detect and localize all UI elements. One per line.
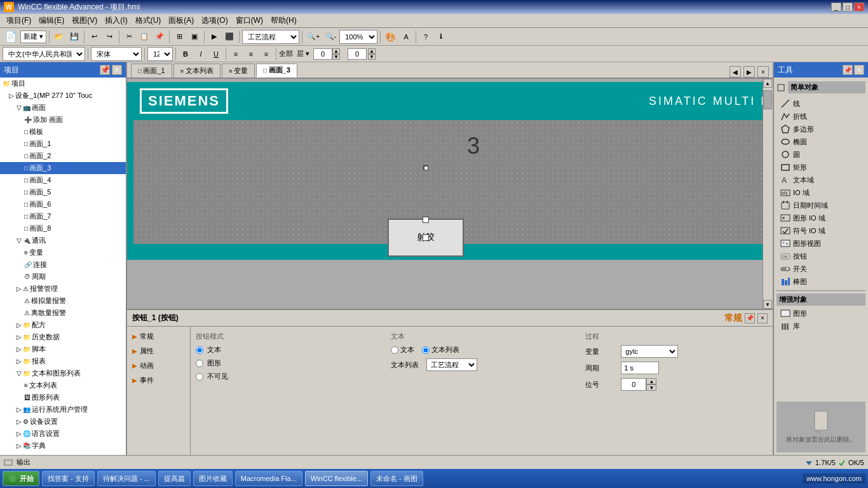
project-close-btn[interactable]: ×: [112, 65, 122, 75]
tool-bar[interactable]: 棒图: [776, 275, 865, 288]
tree-analog-alarm[interactable]: ⚠ 模拟量报警: [0, 295, 126, 307]
tool-line[interactable]: 线: [776, 97, 865, 110]
tools-close-btn[interactable]: ×: [854, 65, 864, 75]
save-button[interactable]: 💾: [67, 30, 81, 44]
tool-switch[interactable]: 开关: [776, 262, 865, 275]
tree-screen-folder[interactable]: ▽ 📺 画面: [0, 102, 126, 114]
align-left-btn[interactable]: ≡: [229, 47, 243, 61]
tab-prev-btn[interactable]: ◀: [729, 66, 741, 78]
taskbar-item-2[interactable]: 待解决问题 - ...: [97, 471, 156, 486]
tool-button[interactable]: OK 按钮: [776, 250, 865, 262]
menu-view[interactable]: 视图(V): [68, 14, 101, 27]
tree-langsetting[interactable]: ▷ 🌐 语言设置: [0, 428, 126, 440]
tree-conn[interactable]: 🔗 连接: [0, 259, 126, 271]
taskbar-item-6[interactable]: WinCC flexible...: [305, 471, 368, 486]
zoom-out-button[interactable]: 🔍-: [323, 30, 339, 44]
layer-up-btn[interactable]: ▲: [332, 48, 340, 54]
new-dropdown-btn[interactable]: 新建 ▾: [20, 30, 46, 43]
tree-screen6[interactable]: □ 画面_6: [0, 198, 126, 210]
tree-textlist[interactable]: ≡ 文本列表: [0, 379, 126, 391]
tree-recipe[interactable]: ▷ 📁 配方: [0, 319, 126, 331]
tree-period[interactable]: ⏱ 周期: [0, 271, 126, 283]
align-button[interactable]: ⊞: [172, 30, 186, 44]
zoom-dropdown[interactable]: 100%: [339, 30, 377, 44]
tree-screen3[interactable]: □ 画面_3: [0, 162, 126, 174]
scroll-down-btn[interactable]: ▼: [763, 300, 772, 309]
tree-discrete-alarm[interactable]: ⚠ 离散量报警: [0, 307, 126, 319]
tab-screen3[interactable]: □ 画面_3: [256, 64, 297, 78]
tool-ellipse[interactable]: 椭圆: [776, 135, 865, 148]
info-button[interactable]: ℹ: [434, 30, 448, 44]
view-dropdown[interactable]: 工艺流程: [242, 30, 299, 44]
layer2-input[interactable]: [348, 48, 367, 60]
tree-root[interactable]: 📁 项目: [0, 78, 126, 90]
maximize-button[interactable]: □: [843, 3, 853, 11]
color-button[interactable]: 🎨: [383, 30, 398, 44]
copy-button[interactable]: 📋: [137, 30, 151, 44]
tool-rect[interactable]: 矩形: [776, 161, 865, 173]
new-button[interactable]: 📄: [3, 30, 19, 44]
project-pin-btn[interactable]: 📌: [100, 65, 110, 75]
prop-pin-btn[interactable]: 📌: [745, 313, 755, 323]
tab-textlist[interactable]: ≡ 文本列表: [173, 64, 220, 78]
tool-iofield[interactable]: ab| IO 域: [776, 186, 865, 199]
mode-text-radio[interactable]: [196, 346, 203, 354]
taskbar-item-3[interactable]: 提高篇: [158, 471, 191, 486]
prop-nav-general[interactable]: ▶ 常规: [127, 329, 190, 344]
menu-format[interactable]: 格式(U): [132, 14, 165, 27]
close-button[interactable]: ×: [854, 3, 864, 11]
bold-button[interactable]: B: [179, 47, 193, 61]
textlist-select[interactable]: 工艺流程: [426, 358, 477, 371]
minimize-button[interactable]: _: [831, 3, 841, 11]
text-radio[interactable]: [391, 346, 398, 354]
scroll-thumb[interactable]: [763, 90, 772, 109]
align-center-btn[interactable]: ≡: [244, 47, 258, 61]
tree-graphiclist[interactable]: 🖼 图形列表: [0, 391, 126, 403]
run-button[interactable]: ▶: [207, 30, 221, 44]
menu-options[interactable]: 选项(O): [198, 14, 231, 27]
tree-add-screen[interactable]: ➕ 添加 画面: [0, 114, 126, 126]
cut-button[interactable]: ✂: [122, 30, 136, 44]
mode-graphic-radio[interactable]: [196, 360, 203, 367]
tab-close-btn[interactable]: ×: [757, 66, 769, 78]
canvas-scroll[interactable]: SIEMENS SIMATIC MULTI PANEL 3: [127, 79, 773, 309]
menu-help[interactable]: 帮助(H): [267, 14, 301, 27]
tree-template[interactable]: □ 模板: [0, 126, 126, 138]
tree-var[interactable]: ≡ 变量: [0, 247, 126, 259]
taskbar-item-1[interactable]: 找答案 - 支持: [42, 471, 95, 486]
tool-graphicview[interactable]: 图形视图: [776, 237, 865, 250]
tree-screen2[interactable]: □ 画面_2: [0, 150, 126, 162]
tree-textgraphic[interactable]: ▽ 📁 文本和图形列表: [0, 367, 126, 379]
tree-screen7[interactable]: □ 画面_7: [0, 210, 126, 222]
textlist-radio[interactable]: [422, 346, 430, 354]
layer-down-btn[interactable]: ▼: [332, 54, 340, 60]
tab-next-btn[interactable]: ▶: [743, 66, 755, 78]
paste-button[interactable]: 📌: [153, 30, 166, 44]
tool-polyline[interactable]: 折线: [776, 110, 865, 123]
tree-screen1[interactable]: □ 画面_1: [0, 138, 126, 150]
tool-symbolio[interactable]: 符号 IO 域: [776, 224, 865, 237]
position-down-btn[interactable]: ▼: [646, 384, 656, 391]
tab-screen1[interactable]: □ 画面_1: [131, 64, 172, 78]
hmi-button[interactable]: 射胶: [388, 219, 464, 257]
scroll-up-btn[interactable]: ▲: [763, 79, 772, 88]
help-button[interactable]: ?: [419, 30, 433, 44]
text-color-button[interactable]: A: [399, 30, 413, 44]
tree-screen8[interactable]: □ 画面_8: [0, 222, 126, 234]
mode-invisible-radio[interactable]: [196, 373, 203, 381]
tool-graphic-enhanced[interactable]: 图形: [776, 307, 865, 320]
menu-project[interactable]: 项目(F): [3, 14, 35, 27]
tool-library[interactable]: 库: [776, 320, 865, 332]
tool-textfield[interactable]: A 文本域: [776, 173, 865, 186]
tree-history[interactable]: ▷ 📁 历史数据: [0, 331, 126, 343]
position-input[interactable]: [621, 378, 646, 391]
tool-polygon[interactable]: 多边形: [776, 123, 865, 135]
tree-screen4[interactable]: □ 画面_4: [0, 174, 126, 186]
taskbar-item-7[interactable]: 未命名 - 画图: [370, 471, 423, 486]
tree-alarm[interactable]: ▷ ⚠ 报警管理: [0, 283, 126, 295]
menu-insert[interactable]: 插入(I): [101, 14, 131, 27]
italic-button[interactable]: I: [194, 47, 208, 61]
group-button[interactable]: ▣: [187, 30, 201, 44]
menu-edit[interactable]: 编辑(E): [35, 14, 68, 27]
tree-device[interactable]: ▷ 设备_1(MP 277 10'' Touc: [0, 90, 126, 102]
